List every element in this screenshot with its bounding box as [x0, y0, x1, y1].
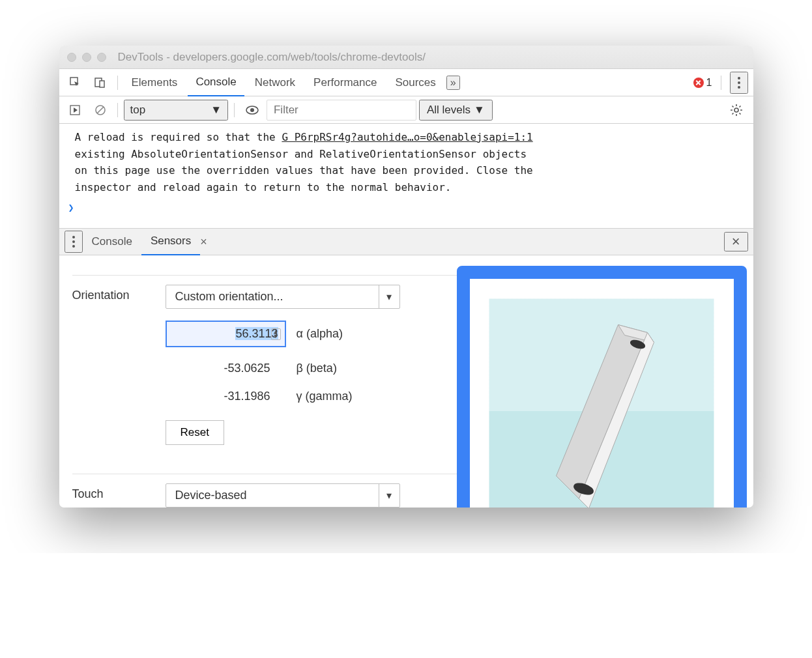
- error-count: 1: [706, 77, 712, 89]
- stepper-icon[interactable]: ▲▼: [271, 328, 281, 340]
- console-output: A reload is required so that the G P6rpR…: [59, 124, 753, 228]
- devtools-window: DevTools - developers.google.com/web/too…: [59, 46, 753, 508]
- context-selector[interactable]: top ▼: [124, 100, 228, 121]
- execution-play-icon[interactable]: [65, 100, 87, 120]
- main-menu-button[interactable]: [730, 72, 748, 94]
- window-title: DevTools - developers.google.com/web/too…: [118, 51, 426, 64]
- console-settings-icon[interactable]: [725, 100, 748, 121]
- svg-rect-2: [100, 81, 104, 87]
- svg-point-8: [734, 108, 738, 112]
- close-sensors-tab-icon[interactable]: ×: [195, 231, 212, 253]
- orientation-label: Orientation: [72, 285, 154, 445]
- chevron-down-icon: ▾: [379, 484, 399, 507]
- close-window-button[interactable]: [67, 53, 76, 62]
- beta-input[interactable]: -53.0625: [166, 362, 286, 375]
- console-prompt[interactable]: ❯: [59, 199, 753, 216]
- filter-input[interactable]: [267, 100, 416, 121]
- orientation-preview[interactable]: [489, 298, 714, 508]
- sensors-panel: Orientation Custom orientation... ▾ 56.3…: [59, 275, 753, 508]
- context-value: top: [130, 104, 146, 117]
- main-tabs-bar: Elements Console Network Performance Sou…: [59, 69, 753, 96]
- clear-console-icon[interactable]: [89, 100, 111, 120]
- live-expression-icon[interactable]: [240, 102, 264, 119]
- touch-label: Touch: [72, 483, 154, 508]
- gamma-label: γ (gamma): [297, 390, 353, 403]
- alpha-label: α (alpha): [297, 327, 343, 341]
- console-toolbar: top ▼ All levels ▼: [59, 96, 753, 124]
- tab-performance[interactable]: Performance: [306, 70, 384, 96]
- beta-label: β (beta): [297, 362, 337, 375]
- error-icon: [693, 78, 704, 88]
- tabs-overflow-button[interactable]: »: [446, 76, 460, 90]
- orientation-preset-select[interactable]: Custom orientation... ▾: [166, 285, 400, 309]
- chevron-down-icon: ▾: [379, 285, 399, 308]
- divider: [234, 103, 235, 117]
- divider: [721, 76, 721, 90]
- levels-label: All levels: [427, 104, 471, 117]
- drawer-tab-sensors[interactable]: Sensors: [141, 228, 200, 255]
- tab-console[interactable]: Console: [188, 69, 244, 96]
- chevron-down-icon: ▼: [474, 104, 485, 117]
- tab-elements[interactable]: Elements: [124, 70, 186, 96]
- reset-button[interactable]: Reset: [166, 420, 224, 445]
- svg-line-5: [97, 107, 104, 113]
- drawer-menu-button[interactable]: [65, 231, 83, 253]
- error-count-badge[interactable]: 1: [693, 77, 712, 89]
- highlight-annotation: [457, 266, 747, 508]
- tab-network[interactable]: Network: [247, 70, 303, 96]
- gamma-input[interactable]: -31.1986: [166, 390, 286, 403]
- tab-sources[interactable]: Sources: [387, 70, 443, 96]
- alpha-input[interactable]: 56.3113 ▲▼: [166, 321, 286, 347]
- divider: [117, 103, 118, 117]
- touch-value: Device-based: [166, 484, 379, 507]
- console-message: A reload is required so that the G P6rpR…: [59, 129, 753, 195]
- source-link[interactable]: G P6rpRSr4g?autohide…o=0&enablejsapi=1:1: [282, 131, 532, 143]
- traffic-lights: [67, 53, 106, 62]
- orientation-preset-value: Custom orientation...: [166, 285, 379, 308]
- touch-select[interactable]: Device-based ▾: [166, 483, 400, 508]
- inspect-element-icon[interactable]: [65, 73, 87, 93]
- maximize-window-button[interactable]: [97, 53, 106, 62]
- drawer-tab-console[interactable]: Console: [83, 229, 141, 255]
- close-drawer-icon[interactable]: ×: [724, 232, 748, 251]
- minimize-window-button[interactable]: [82, 53, 91, 62]
- titlebar: DevTools - developers.google.com/web/too…: [59, 46, 753, 69]
- divider: [117, 76, 118, 90]
- device-toggle-icon[interactable]: [89, 73, 111, 93]
- drawer-tabs-bar: Console Sensors × ×: [59, 228, 753, 255]
- log-levels-selector[interactable]: All levels ▼: [419, 100, 493, 121]
- svg-point-7: [250, 108, 254, 112]
- chevron-down-icon: ▼: [210, 104, 222, 117]
